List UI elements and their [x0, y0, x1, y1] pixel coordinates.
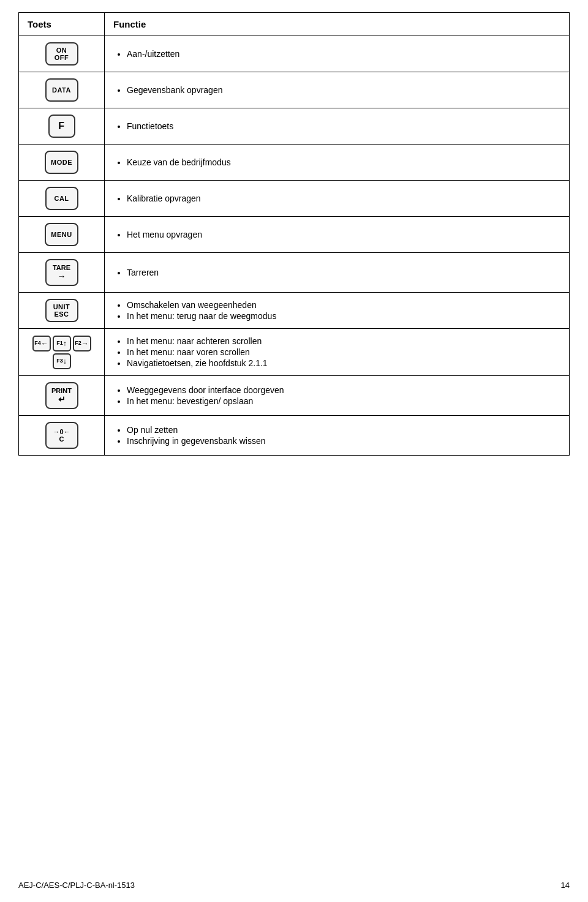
key-cell-zero-c: →0← C [19, 416, 105, 456]
f1-key: F1↑ [53, 336, 71, 351]
tare-arrow-icon: → [58, 271, 66, 281]
func-cell-cal: Kalibratie opvragen [105, 181, 570, 217]
key-cell-mode: MODE [19, 145, 105, 181]
key-cell-f: F [19, 108, 105, 145]
func-item: In het menu: naar achteren scrollen [127, 336, 560, 346]
func-cell-print: Weeggegevens door interface doorgeven In… [105, 376, 570, 416]
zero-c-key: →0← C [45, 422, 78, 449]
func-item: Omschakelen van weegeenheden [127, 300, 560, 310]
table-row: TARE → Tarreren [19, 253, 570, 293]
mode-key: MODE [45, 151, 78, 174]
unit-esc-key: UNITESC [45, 299, 78, 322]
footer-page-number: 14 [561, 881, 570, 890]
func-item: Kalibratie opvragen [127, 194, 560, 203]
func-cell-menu: Het menu opvragen [105, 217, 570, 253]
zero-label: →0← [53, 428, 70, 435]
func-item: Weeggegevens door interface doorgeven [127, 385, 560, 395]
nav-placeholder-right [73, 353, 91, 369]
table-row: ONOFF Aan-/uitzetten [19, 36, 570, 72]
page-footer: AEJ-C/AES-C/PLJ-C-BA-nl-1513 14 [18, 881, 570, 890]
key-function-table: Toets Functie ONOFF Aan-/uitzetten DATA [18, 12, 570, 456]
func-item: Navigatietoetsen, zie hoofdstuk 2.1.1 [127, 358, 560, 368]
func-cell-tare: Tarreren [105, 253, 570, 293]
col-header-function: Functie [105, 13, 570, 36]
table-row: F4← F1↑ F2→ F3↓ In het menu: naar achter… [19, 329, 570, 376]
func-item: Aan-/uitzetten [127, 49, 560, 59]
c-label: C [59, 435, 64, 443]
table-row: MENU Het menu opvragen [19, 217, 570, 253]
key-cell-nav: F4← F1↑ F2→ F3↓ [19, 329, 105, 376]
table-row: CAL Kalibratie opvragen [19, 181, 570, 217]
tare-label: TARE [53, 264, 70, 271]
col-header-key: Toets [19, 13, 105, 36]
func-item: Op nul zetten [127, 425, 560, 435]
func-item: In het menu: bevestigen/ opslaan [127, 396, 560, 406]
func-cell-unit-esc: Omschakelen van weegeenheden In het menu… [105, 293, 570, 329]
func-cell-data: Gegevensbank opvragen [105, 72, 570, 108]
func-item: Functietoets [127, 121, 560, 131]
table-row: →0← C Op nul zetten Inschrijving in gege… [19, 416, 570, 456]
table-row: MODE Keuze van de bedrijfmodus [19, 145, 570, 181]
menu-key: MENU [45, 223, 78, 246]
nav-placeholder-left [32, 353, 51, 369]
print-enter-icon: ↵ [58, 394, 66, 404]
key-cell-cal: CAL [19, 181, 105, 217]
footer-left: AEJ-C/AES-C/PLJ-C-BA-nl-1513 [18, 881, 135, 890]
print-key: PRINT ↵ [45, 382, 78, 409]
page-container: Toets Functie ONOFF Aan-/uitzetten DATA [0, 0, 588, 492]
f-key: F [48, 115, 75, 138]
nav-keys-group: F4← F1↑ F2→ F3↓ [32, 336, 91, 369]
key-cell-on-off: ONOFF [19, 36, 105, 72]
func-item: Tarreren [127, 268, 560, 277]
f4-key: F4← [32, 336, 51, 351]
func-item: Keuze van de bedrijfmodus [127, 157, 560, 167]
print-label: PRINT [51, 387, 72, 394]
key-cell-tare: TARE → [19, 253, 105, 293]
func-item: In het menu: terug naar de weegmodus [127, 311, 560, 321]
key-cell-unit-esc: UNITESC [19, 293, 105, 329]
f3-key: F3↓ [53, 353, 71, 369]
key-cell-menu: MENU [19, 217, 105, 253]
table-row: F Functietoets [19, 108, 570, 145]
func-cell-on-off: Aan-/uitzetten [105, 36, 570, 72]
key-cell-data: DATA [19, 72, 105, 108]
data-key: DATA [45, 78, 78, 102]
table-row: UNITESC Omschakelen van weegeenheden In … [19, 293, 570, 329]
func-item: In het menu: naar voren scrollen [127, 347, 560, 357]
func-cell-nav: In het menu: naar achteren scrollen In h… [105, 329, 570, 376]
cal-key: CAL [45, 187, 78, 210]
func-item: Het menu opvragen [127, 230, 560, 239]
func-cell-f: Functietoets [105, 108, 570, 145]
func-item: Gegevensbank opvragen [127, 85, 560, 95]
key-cell-print: PRINT ↵ [19, 376, 105, 416]
table-row: PRINT ↵ Weeggegevens door interface door… [19, 376, 570, 416]
func-cell-zero-c: Op nul zetten Inschrijving in gegevensba… [105, 416, 570, 456]
tare-key: TARE → [45, 259, 78, 286]
table-row: DATA Gegevensbank opvragen [19, 72, 570, 108]
func-cell-mode: Keuze van de bedrijfmodus [105, 145, 570, 181]
on-off-key: ONOFF [45, 42, 78, 66]
f2-key: F2→ [73, 336, 91, 351]
func-item: Inschrijving in gegevensbank wissen [127, 436, 560, 446]
